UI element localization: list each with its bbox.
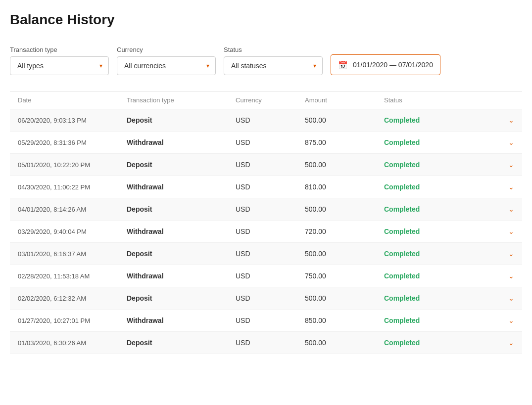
calendar-icon: 📅	[338, 60, 348, 70]
cell-status: Completed	[384, 227, 489, 235]
currency-chevron-icon: ▾	[206, 62, 209, 69]
cell-currency: USD	[236, 227, 305, 235]
cell-currency: USD	[236, 272, 305, 280]
cell-expand[interactable]: ⌄	[489, 339, 514, 347]
cell-type: Deposit	[127, 161, 236, 169]
cell-amount: 500.00	[305, 116, 384, 124]
cell-type: Deposit	[127, 205, 236, 213]
currency-select[interactable]: All currencies ▾	[117, 56, 216, 75]
transaction-type-value: All types	[17, 62, 44, 70]
cell-expand[interactable]: ⌄	[489, 116, 514, 124]
cell-type: Deposit	[127, 339, 236, 347]
cell-expand[interactable]: ⌄	[489, 227, 514, 235]
status-value: All statuses	[231, 62, 267, 70]
cell-status: Completed	[384, 205, 489, 213]
cell-currency: USD	[236, 294, 305, 302]
cell-expand[interactable]: ⌄	[489, 294, 514, 302]
filters-row: Transaction type All types ▾ Currency Al…	[10, 44, 522, 75]
table-row[interactable]: 03/01/2020, 6:16:37 AM Deposit USD 500.0…	[10, 243, 522, 265]
cell-status: Completed	[384, 138, 489, 146]
cell-currency: USD	[236, 161, 305, 169]
cell-amount: 875.00	[305, 138, 384, 146]
cell-expand[interactable]: ⌄	[489, 250, 514, 258]
cell-currency: USD	[236, 116, 305, 124]
transaction-type-select[interactable]: All types ▾	[10, 56, 109, 75]
cell-amount: 500.00	[305, 339, 384, 347]
expand-chevron-icon: ⌄	[508, 161, 514, 169]
cell-expand[interactable]: ⌄	[489, 138, 514, 146]
expand-chevron-icon: ⌄	[508, 138, 514, 146]
cell-status: Completed	[384, 183, 489, 191]
table-row[interactable]: 02/28/2020, 11:53:18 AM Withdrawal USD 7…	[10, 265, 522, 287]
table-row[interactable]: 04/01/2020, 8:14:26 AM Deposit USD 500.0…	[10, 198, 522, 221]
cell-currency: USD	[236, 205, 305, 213]
expand-chevron-icon: ⌄	[508, 316, 514, 324]
expand-chevron-icon: ⌄	[508, 116, 514, 124]
table-row[interactable]: 06/20/2020, 9:03:13 PM Deposit USD 500.0…	[10, 109, 522, 132]
table-row[interactable]: 05/29/2020, 8:31:36 PM Withdrawal USD 87…	[10, 132, 522, 154]
cell-expand[interactable]: ⌄	[489, 205, 514, 213]
cell-currency: USD	[236, 316, 305, 324]
table-row[interactable]: 05/01/2020, 10:22:20 PM Deposit USD 500.…	[10, 154, 522, 176]
header-currency: Currency	[236, 96, 305, 104]
expand-chevron-icon: ⌄	[508, 272, 514, 280]
header-transaction-type: Transaction type	[127, 96, 236, 104]
cell-status: Completed	[384, 116, 489, 124]
date-range-value: 01/01/2020 — 07/01/2020	[353, 61, 433, 69]
table-row[interactable]: 04/30/2020, 11:00:22 PM Withdrawal USD 8…	[10, 176, 522, 198]
cell-amount: 720.00	[305, 227, 384, 235]
cell-date: 03/29/2020, 9:40:04 PM	[18, 228, 127, 235]
status-filter-group: Status All statuses ▾	[224, 46, 323, 75]
cell-date: 02/28/2020, 11:53:18 AM	[18, 272, 127, 280]
cell-amount: 500.00	[305, 250, 384, 258]
cell-expand[interactable]: ⌄	[489, 161, 514, 169]
cell-amount: 500.00	[305, 161, 384, 169]
page-title: Balance History	[10, 12, 522, 28]
cell-amount: 810.00	[305, 183, 384, 191]
transaction-type-chevron-icon: ▾	[99, 62, 102, 69]
transaction-type-filter-group: Transaction type All types ▾	[10, 46, 109, 75]
cell-status: Completed	[384, 272, 489, 280]
cell-type: Withdrawal	[127, 316, 236, 324]
header-amount: Amount	[305, 96, 384, 104]
expand-chevron-icon: ⌄	[508, 205, 514, 213]
expand-chevron-icon: ⌄	[508, 339, 514, 347]
cell-status: Completed	[384, 339, 489, 347]
cell-type: Deposit	[127, 294, 236, 302]
cell-currency: USD	[236, 138, 305, 146]
currency-label: Currency	[117, 46, 216, 53]
table-header: Date Transaction type Currency Amount St…	[10, 91, 522, 109]
cell-amount: 500.00	[305, 205, 384, 213]
cell-date: 01/27/2020, 10:27:01 PM	[18, 317, 127, 324]
cell-amount: 500.00	[305, 294, 384, 302]
cell-amount: 750.00	[305, 272, 384, 280]
cell-type: Withdrawal	[127, 227, 236, 235]
cell-currency: USD	[236, 339, 305, 347]
transaction-type-label: Transaction type	[10, 46, 109, 53]
cell-type: Withdrawal	[127, 138, 236, 146]
table-row[interactable]: 03/29/2020, 9:40:04 PM Withdrawal USD 72…	[10, 221, 522, 243]
status-chevron-icon: ▾	[313, 62, 316, 69]
cell-currency: USD	[236, 250, 305, 258]
table-row[interactable]: 02/02/2020, 6:12:32 AM Deposit USD 500.0…	[10, 287, 522, 310]
expand-chevron-icon: ⌄	[508, 227, 514, 235]
cell-currency: USD	[236, 183, 305, 191]
table-row[interactable]: 01/27/2020, 10:27:01 PM Withdrawal USD 8…	[10, 310, 522, 332]
status-select[interactable]: All statuses ▾	[224, 56, 323, 75]
cell-status: Completed	[384, 294, 489, 302]
cell-status: Completed	[384, 161, 489, 169]
cell-type: Withdrawal	[127, 183, 236, 191]
cell-date: 06/20/2020, 9:03:13 PM	[18, 117, 127, 124]
cell-status: Completed	[384, 316, 489, 324]
cell-type: Deposit	[127, 250, 236, 258]
cell-expand[interactable]: ⌄	[489, 183, 514, 191]
cell-expand[interactable]: ⌄	[489, 272, 514, 280]
expand-chevron-icon: ⌄	[508, 250, 514, 258]
table-row[interactable]: 01/03/2020, 6:30:26 AM Deposit USD 500.0…	[10, 332, 522, 354]
date-range-filter[interactable]: 📅 01/01/2020 — 07/01/2020	[331, 54, 440, 75]
cell-type: Withdrawal	[127, 272, 236, 280]
transactions-table: Date Transaction type Currency Amount St…	[10, 91, 522, 354]
cell-amount: 850.00	[305, 316, 384, 324]
cell-expand[interactable]: ⌄	[489, 316, 514, 324]
cell-date: 05/29/2020, 8:31:36 PM	[18, 139, 127, 146]
